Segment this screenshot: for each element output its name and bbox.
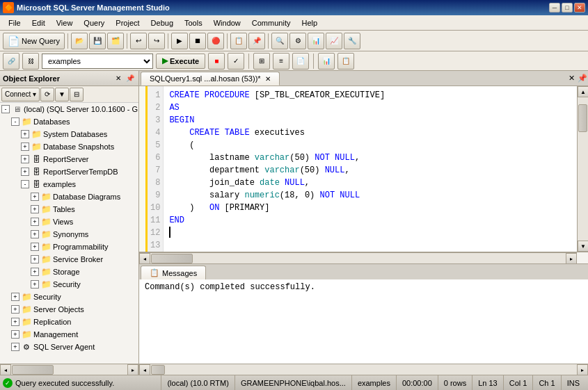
undo-button[interactable]: ↩ — [130, 33, 147, 49]
management-expand[interactable]: + — [11, 330, 19, 339]
stop-button[interactable]: ⏹ — [189, 33, 206, 49]
db-snapshots-expand[interactable]: + — [21, 143, 29, 151]
tree-reportserver[interactable]: + 🗄 ReportServer — [0, 153, 138, 165]
hscroll-right[interactable]: ▸ — [566, 253, 577, 264]
results-to-grid[interactable]: ⊞ — [253, 53, 270, 70]
messages-hscroll-right[interactable]: ▸ — [577, 364, 588, 375]
save-button[interactable]: 💾 — [89, 33, 106, 49]
disconnect-button[interactable]: ⛓ — [22, 53, 39, 70]
oe-scroll-left[interactable]: ◂ — [0, 364, 11, 375]
debug-button[interactable]: ▶ — [171, 33, 188, 49]
programmability-expand[interactable]: + — [31, 243, 39, 251]
breakpoint-button[interactable]: 🔴 — [207, 33, 224, 49]
close-button[interactable]: ✕ — [574, 3, 585, 13]
tree-security-examples[interactable]: + 📁 Security — [0, 278, 138, 291]
show-estimated-plan[interactable]: 📊 — [318, 53, 335, 70]
tree-examples[interactable]: - 🗄 examples — [0, 178, 138, 190]
tree-management[interactable]: + 📁 Management — [0, 328, 138, 341]
code-content[interactable]: 12345 678910 111213 CREATE PROCEDURE [SP… — [148, 86, 577, 252]
tree-server-objects[interactable]: + 📁 Server Objects — [0, 303, 138, 316]
messages-hscroll-track[interactable] — [150, 364, 577, 375]
tree-db-snapshots[interactable]: + 📁 Database Snapshots — [0, 140, 138, 153]
messages-hscroll-left[interactable]: ◂ — [139, 364, 150, 375]
vscroll-track[interactable] — [578, 97, 588, 241]
vscroll-thumb[interactable] — [578, 104, 587, 132]
more-3[interactable]: 📊 — [308, 33, 324, 49]
close-editor-button[interactable]: ✕ — [566, 70, 577, 86]
connect-button[interactable]: 🔗 — [3, 53, 19, 70]
messages-hscroll-thumb[interactable] — [151, 365, 165, 375]
editor-tab[interactable]: SQLQuery1.sql ...al.hosan (53))* ✕ — [141, 72, 280, 86]
editor-tab-close[interactable]: ✕ — [265, 75, 271, 83]
save-all-button[interactable]: 🗂️ — [107, 33, 124, 49]
tree-security-top[interactable]: + 📁 Security — [0, 291, 138, 303]
menu-file[interactable]: File — [3, 17, 26, 29]
parse-button[interactable]: ✓ — [228, 53, 244, 70]
show-actual-plan[interactable]: 📋 — [337, 53, 354, 70]
menu-community[interactable]: Community — [246, 17, 296, 29]
menu-query[interactable]: Query — [78, 17, 110, 29]
sql-agent-expand[interactable]: + — [11, 343, 19, 351]
security-examples-expand[interactable]: + — [31, 280, 39, 289]
redo-button[interactable]: ↪ — [148, 33, 165, 49]
oe-close-button[interactable]: ✕ — [113, 73, 124, 84]
synonyms-expand[interactable]: + — [31, 230, 39, 238]
oe-scroll-right[interactable]: ▸ — [127, 364, 138, 375]
hscroll-track[interactable] — [150, 253, 566, 263]
menu-view[interactable]: View — [51, 17, 79, 29]
replication-expand[interactable]: + — [11, 318, 19, 326]
editor-hscroll[interactable]: ◂ ▸ — [139, 252, 577, 263]
pin-editor-button[interactable]: 📌 — [577, 70, 588, 86]
code-body[interactable]: CREATE PROCEDURE [SP_TBL_CREATOR_EXECUTI… — [164, 86, 577, 252]
tables-expand[interactable]: + — [31, 205, 39, 213]
more-5[interactable]: 🔧 — [344, 33, 360, 49]
reportservertempdb-expand[interactable]: + — [21, 168, 29, 176]
more-1[interactable]: 🔍 — [271, 33, 288, 49]
menu-edit[interactable]: Edit — [26, 17, 51, 29]
minimize-button[interactable]: ─ — [549, 3, 560, 13]
database-selector[interactable]: examples master ReportServer — [42, 54, 153, 69]
tree-views[interactable]: + 📁 Views — [0, 216, 138, 228]
paste-button[interactable]: 📌 — [248, 33, 265, 49]
databases-expand[interactable]: - — [11, 117, 19, 126]
examples-expand[interactable]: - — [21, 180, 29, 188]
new-query-button[interactable]: 📄 New Query — [3, 33, 65, 49]
oe-collapse-button[interactable]: ⊟ — [70, 88, 84, 101]
oe-pin-button[interactable]: 📌 — [125, 73, 136, 84]
oe-refresh-button[interactable]: ⟳ — [40, 88, 54, 101]
tree-replication[interactable]: + 📁 Replication — [0, 316, 138, 328]
code-editor[interactable]: 12345 678910 111213 CREATE PROCEDURE [SP… — [139, 86, 588, 252]
oe-horizontal-scroll[interactable]: ◂ ▸ — [0, 364, 138, 375]
messages-tab[interactable]: 📋 Messages — [141, 266, 206, 279]
tree-service-broker[interactable]: + 📁 Service Broker — [0, 253, 138, 266]
server-objects-expand[interactable]: + — [11, 305, 19, 314]
oe-scroll-thumb[interactable] — [12, 365, 54, 375]
hscroll-thumb[interactable] — [151, 254, 193, 263]
oe-scroll-track[interactable] — [11, 364, 127, 375]
tree-reportservertempdb[interactable]: + 🗄 ReportServerTempDB — [0, 165, 138, 178]
system-databases-expand[interactable]: + — [21, 130, 29, 138]
tree-server[interactable]: - 🖥 (local) (SQL Server 10.0.1600 - G — [0, 103, 138, 115]
tree-programmability[interactable]: + 📁 Programmability — [0, 241, 138, 253]
vscroll-up[interactable]: ▲ — [578, 86, 588, 97]
hscroll-left[interactable]: ◂ — [139, 253, 150, 264]
tree-synonyms[interactable]: + 📁 Synonyms — [0, 228, 138, 241]
security-top-expand[interactable]: + — [11, 293, 19, 301]
vscroll-down[interactable]: ▼ — [578, 241, 588, 252]
tree-storage[interactable]: + 📁 Storage — [0, 266, 138, 278]
menu-help[interactable]: Help — [296, 17, 323, 29]
menu-project[interactable]: Project — [110, 17, 145, 29]
copy-button[interactable]: 📋 — [230, 33, 247, 49]
execute-button[interactable]: ▶ Execute — [156, 54, 205, 69]
open-file-button[interactable]: 📂 — [71, 33, 88, 49]
reportserver-expand[interactable]: + — [21, 155, 29, 163]
oe-filter-button[interactable]: ▼ — [55, 88, 69, 101]
stop-execute-button[interactable]: ■ — [208, 53, 225, 70]
menu-window[interactable]: Window — [208, 17, 246, 29]
more-4[interactable]: 📈 — [326, 33, 342, 49]
menu-debug[interactable]: Debug — [145, 17, 179, 29]
oe-connect-button[interactable]: Connect ▾ — [1, 88, 40, 101]
storage-expand[interactable]: + — [31, 268, 39, 276]
tree-system-databases[interactable]: + 📁 System Databases — [0, 128, 138, 140]
service-broker-expand[interactable]: + — [31, 255, 39, 263]
